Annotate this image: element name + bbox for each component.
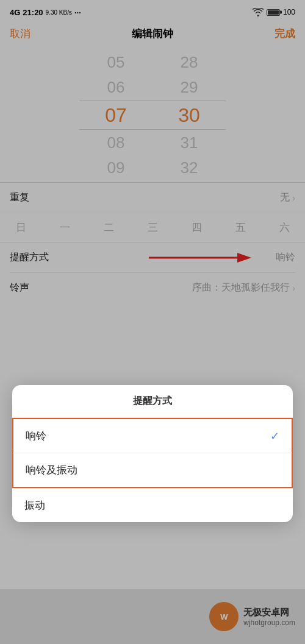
option-ring-vibrate-label: 响铃及振动 (26, 463, 77, 477)
modal-option-vibrate[interactable]: 振动 (12, 488, 293, 522)
check-mark-icon: ✓ (270, 430, 279, 443)
modal-overlay[interactable]: 提醒方式 响铃 ✓ 响铃及振动 振动 (0, 0, 305, 644)
option-vibrate-label: 振动 (24, 498, 45, 512)
modal-title: 提醒方式 (12, 385, 293, 418)
modal-option-ring[interactable]: 响铃 ✓ (12, 418, 293, 453)
option-ring-label: 响铃 (26, 429, 46, 443)
modal-sheet: 提醒方式 响铃 ✓ 响铃及振动 振动 (12, 385, 293, 522)
modal-option-ring-vibrate[interactable]: 响铃及振动 (12, 453, 293, 488)
